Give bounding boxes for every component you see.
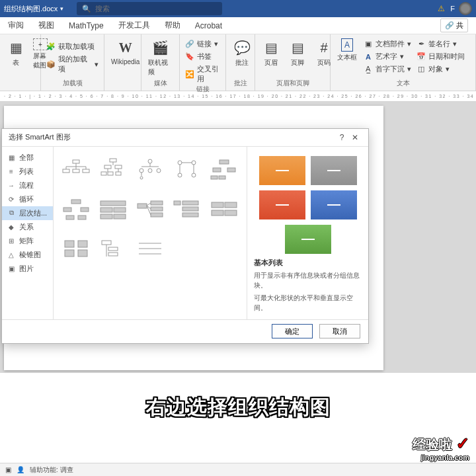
object-button[interactable]: ◫对象 ▾: [416, 63, 465, 75]
layout-thumb[interactable]: [171, 153, 203, 188]
dropcap-button[interactable]: A̲首字下沉 ▾: [364, 63, 411, 75]
tab-acrobat[interactable]: Acrobat: [195, 21, 222, 30]
svg-rect-63: [65, 241, 74, 247]
svg-rect-59: [212, 202, 223, 208]
svg-rect-58: [182, 213, 198, 217]
search-input[interactable]: [95, 5, 217, 13]
cat-hierarchy[interactable]: ⧉层次结...: [2, 206, 53, 220]
link-button[interactable]: 🔗链接 ▾: [185, 38, 220, 50]
textbox-button[interactable]: A文本框: [336, 37, 358, 63]
svg-rect-8: [83, 169, 89, 173]
signature-button[interactable]: ✒签名行 ▾: [416, 38, 465, 50]
accessibility-icon[interactable]: 👤: [17, 466, 24, 473]
crossref-button[interactable]: 🔀交叉引用: [185, 63, 220, 85]
tab-developer[interactable]: 开发工具: [118, 20, 150, 31]
footer-icon: ▤: [288, 38, 307, 57]
wordart-button[interactable]: A艺术字 ▾: [364, 51, 411, 62]
preview-block: [259, 190, 305, 219]
preview-pane: 基本列表 用于显示非有序信息块或者分组信息块。 可最大化形状的水平和垂直显示空间…: [247, 147, 368, 319]
footer-button[interactable]: ▤页脚: [287, 37, 308, 69]
tab-mathtype[interactable]: MathType: [69, 21, 104, 30]
cat-process[interactable]: →流程: [2, 178, 53, 192]
parts-icon: ▣: [364, 40, 373, 49]
datetime-button[interactable]: 📅日期和时间: [416, 51, 465, 62]
cat-list[interactable]: ≡列表: [2, 165, 53, 178]
parts-button[interactable]: ▣文档部件 ▾: [364, 38, 411, 50]
cancel-button[interactable]: 取消: [319, 324, 360, 338]
svg-point-22: [148, 169, 152, 173]
layout-thumb[interactable]: [97, 233, 129, 267]
get-addins-button[interactable]: 🧩获取加载项: [46, 41, 99, 52]
cat-matrix[interactable]: ⊞矩阵: [2, 234, 53, 248]
tab-view[interactable]: 视图: [38, 20, 54, 31]
preview-title: 基本列表: [254, 258, 362, 268]
svg-rect-15: [101, 172, 106, 175]
preview-desc-2: 可最大化形状的水平和垂直显示空间。: [254, 293, 362, 313]
comment-icon: 💬: [233, 38, 251, 57]
window-titlebar: 组织结构图.docx ▾ 🔍 ⚠ F: [0, 0, 476, 17]
svg-rect-45: [114, 208, 126, 212]
svg-rect-36: [211, 176, 218, 179]
warning-icon[interactable]: ⚠: [438, 4, 445, 13]
share-button[interactable]: 🔗 共: [440, 19, 468, 32]
tab-review[interactable]: 审阅: [8, 20, 24, 31]
svg-rect-39: [63, 208, 71, 212]
svg-rect-65: [65, 250, 74, 257]
layout-thumb[interactable]: [171, 193, 203, 227]
display-settings-icon[interactable]: ▣: [5, 466, 11, 473]
ok-button[interactable]: 确定: [272, 324, 313, 338]
layout-thumb[interactable]: [60, 153, 92, 188]
svg-rect-64: [78, 241, 87, 247]
svg-rect-47: [114, 214, 126, 219]
svg-rect-9: [110, 159, 116, 162]
svg-rect-33: [219, 160, 229, 164]
my-addins-button[interactable]: 📦我的加载项 ▾: [46, 54, 99, 75]
list-icon: ≡: [7, 167, 15, 175]
horizontal-ruler[interactable]: · 2 · 1 · | · 1 · 2 · 3 · 4 · 5 · 6 · 7 …: [0, 91, 476, 102]
layout-thumb[interactable]: [134, 193, 166, 227]
close-button[interactable]: ✕: [348, 133, 362, 142]
table-button[interactable]: ▦ 表: [5, 37, 26, 69]
object-icon: ◫: [416, 65, 426, 74]
picture-icon: ▣: [7, 264, 15, 272]
dialog-titlebar[interactable]: 选择 SmartArt 图形 ? ✕: [2, 129, 368, 146]
svg-rect-11: [104, 165, 111, 169]
ribbon: ▦ 表 + 屏幕截图 🧩获取加载项 📦我的加载项 ▾ 加载项 W Wikiped…: [0, 34, 476, 91]
preview-block: [311, 156, 357, 185]
cat-pyramid[interactable]: △棱锥图: [2, 248, 53, 262]
layout-thumb[interactable]: [134, 153, 166, 188]
search-icon: 🔍: [82, 5, 91, 13]
svg-rect-43: [100, 201, 126, 206]
svg-rect-49: [151, 201, 163, 205]
cat-all[interactable]: ▦全部: [2, 151, 53, 165]
online-video-button[interactable]: 🎬 联机视频: [147, 37, 174, 78]
help-button[interactable]: ?: [335, 133, 348, 142]
bookmark-button[interactable]: 🔖书签: [185, 51, 220, 62]
watermark: 经验啦 ✓ jingyanla.com: [413, 434, 469, 461]
layout-thumb[interactable]: [208, 153, 240, 188]
cat-cycle[interactable]: ⟳循环: [2, 192, 53, 206]
search-input-container[interactable]: 🔍: [77, 2, 222, 15]
layout-thumb[interactable]: [134, 233, 166, 267]
cat-picture[interactable]: ▣图片: [2, 262, 53, 276]
layout-thumb[interactable]: [97, 193, 129, 227]
preview-block: [311, 190, 357, 219]
chevron-down-icon[interactable]: ▾: [60, 5, 63, 12]
svg-rect-34: [213, 168, 221, 172]
cat-relationship[interactable]: ◆关系: [2, 220, 53, 234]
layout-thumb[interactable]: [208, 193, 240, 227]
tab-help[interactable]: 帮助: [165, 20, 180, 31]
avatar[interactable]: [459, 2, 472, 15]
group-text-label: 文本: [336, 79, 470, 89]
matrix-icon: ⊞: [7, 237, 15, 245]
header-button[interactable]: ▤页眉: [260, 37, 282, 69]
layout-thumb[interactable]: [60, 193, 92, 227]
ribbon-tabs: 审阅 视图 MathType 开发工具 帮助 Acrobat 🔗 共: [0, 17, 476, 34]
comment-button[interactable]: 💬 批注: [231, 37, 253, 69]
wikipedia-button[interactable]: W Wikipedia: [110, 37, 141, 67]
layout-thumb[interactable]: [97, 153, 129, 188]
layout-thumb[interactable]: [60, 233, 92, 267]
svg-rect-66: [78, 250, 87, 257]
group-headerfooter-label: 页眉和页脚: [260, 79, 325, 89]
accessibility-status[interactable]: 辅助功能: 调查: [30, 465, 73, 475]
